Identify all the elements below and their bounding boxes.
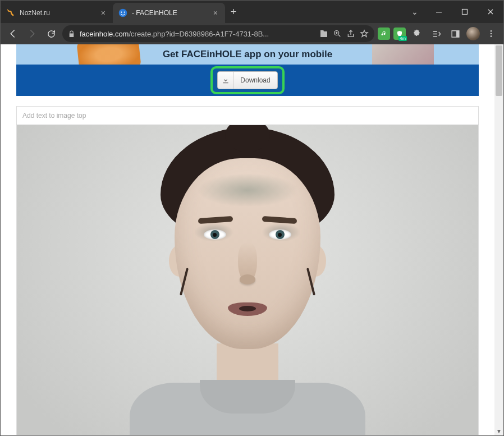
scrollbar[interactable]: ▲ ▼	[494, 44, 503, 435]
tab-noznet[interactable]: NozNet.ru ×	[1, 3, 113, 23]
promo-graphic-left	[76, 44, 141, 65]
svg-point-8	[491, 30, 492, 32]
scroll-down-icon[interactable]: ▼	[494, 426, 503, 435]
face-composite	[130, 127, 365, 430]
reload-button[interactable]	[43, 26, 59, 42]
svg-point-0	[119, 9, 127, 17]
svg-rect-3	[436, 12, 442, 12]
share-icon[interactable]	[346, 29, 355, 38]
promo-text: Get FACEinHOLE app on your mobile	[163, 49, 332, 60]
translate-icon[interactable]	[319, 29, 328, 38]
side-panel-icon[interactable]	[447, 26, 463, 42]
caption-top-input[interactable]	[22, 112, 473, 120]
chevron-down-icon[interactable]: ⌄	[404, 7, 426, 16]
address-bar[interactable]: faceinhole.com/create.php?id=D6398986-A1…	[62, 25, 374, 42]
svg-point-9	[491, 33, 492, 35]
close-icon[interactable]: ×	[212, 8, 219, 17]
close-window-button[interactable]	[478, 1, 503, 23]
zoom-icon[interactable]	[333, 29, 342, 38]
action-bar: Download	[16, 65, 479, 96]
media-control-icon[interactable]	[428, 26, 444, 42]
download-icon	[218, 72, 233, 89]
tab-title: - FACEinHOLE	[132, 9, 207, 17]
star-icon[interactable]	[360, 29, 369, 38]
tab-faceinhole[interactable]: - FACEinHOLE ×	[113, 3, 225, 23]
wrench-icon	[6, 8, 15, 17]
caption-input-container	[16, 106, 479, 125]
svg-rect-4	[462, 10, 468, 15]
page-viewport: Get FACEinHOLE app on your mobile Downlo…	[1, 44, 503, 435]
extension-shield-icon[interactable]: 4m	[393, 27, 406, 40]
promo-graphic-right	[372, 44, 434, 65]
promo-banner[interactable]: Get FACEinHOLE app on your mobile	[16, 44, 479, 65]
smiley-icon	[118, 8, 127, 17]
svg-rect-7	[456, 30, 459, 36]
extension-badge: 4m	[398, 36, 407, 41]
extensions-button[interactable]	[409, 26, 425, 42]
tutorial-highlight: Download	[210, 66, 284, 94]
close-icon[interactable]: ×	[99, 8, 107, 17]
download-button[interactable]: Download	[217, 71, 277, 89]
result-image	[16, 125, 479, 435]
tab-title: NozNet.ru	[20, 9, 95, 17]
extension-music-icon[interactable]	[378, 27, 390, 40]
page-content: Get FACEinHOLE app on your mobile Downlo…	[1, 44, 494, 435]
new-tab-button[interactable]: +	[225, 1, 242, 23]
browser-toolbar: faceinhole.com/create.php?id=D6398986-A1…	[1, 23, 503, 44]
minimize-button[interactable]	[426, 1, 452, 23]
forward-button[interactable]	[24, 26, 40, 42]
download-label: Download	[233, 76, 277, 84]
window-titlebar: NozNet.ru × - FACEinHOLE × + ⌄	[1, 1, 503, 23]
back-button[interactable]	[5, 26, 21, 42]
window-controls: ⌄	[404, 1, 503, 23]
lock-icon	[68, 30, 75, 38]
url-text: faceinhole.com/create.php?id=D6398986-A1…	[80, 30, 315, 38]
kebab-menu-icon[interactable]	[483, 26, 499, 42]
maximize-button[interactable]	[452, 1, 478, 23]
svg-point-2	[124, 12, 125, 13]
svg-point-1	[121, 12, 122, 13]
profile-avatar[interactable]	[466, 27, 480, 40]
scrollbar-thumb[interactable]	[496, 45, 502, 96]
svg-point-10	[491, 35, 492, 37]
